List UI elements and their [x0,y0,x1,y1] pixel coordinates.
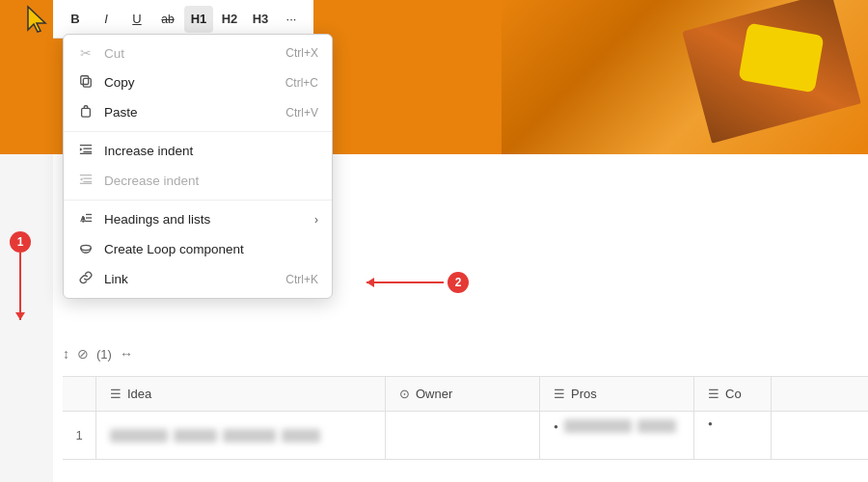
block-options-icon[interactable]: ⊘ [77,346,89,362]
copy-label: Copy [104,75,276,90]
idea-col-icon: ☰ [110,387,122,401]
cut-shortcut: Ctrl+X [285,46,318,60]
table-row: 1 ● ● [63,412,868,460]
column-idea: ☰ Idea [96,377,386,411]
pros-col-icon: ☰ [554,387,565,401]
annotation-2-arrow [366,281,444,283]
pros-col-label: Pros [571,387,597,401]
table-area: ☰ Idea ⊙ Owner ☰ Pros ☰ Co 1 [63,376,868,482]
link-shortcut: Ctrl+K [285,273,318,286]
idea-cell-1[interactable] [96,412,386,459]
cut-label: Cut [104,46,276,61]
paste-icon [77,104,95,120]
pros-item-1: ● [554,419,676,433]
cut-icon: ✂ [77,45,95,61]
h2-button[interactable]: H2 [215,6,244,33]
svg-point-18 [81,245,92,250]
decrease-indent-icon [77,173,95,189]
resize-icon[interactable]: ↕ [63,346,69,362]
copy-menu-item[interactable]: Copy Ctrl+C [64,67,332,97]
column-owner: ⊙ Owner [386,377,540,411]
create-loop-label: Create Loop component [104,242,318,256]
svg-rect-3 [82,108,91,117]
annotation-2-circle: 2 [448,272,469,293]
create-loop-menu-item[interactable]: Create Loop component [64,234,332,264]
co-cell-1[interactable]: ● [694,412,772,459]
pros-blur-2 [637,419,676,433]
increase-indent-icon [77,143,95,159]
annotation-2: 2 [366,272,469,293]
link-label: Link [104,272,276,286]
owner-cell-1[interactable] [386,412,540,459]
cut-menu-item[interactable]: ✂ Cut Ctrl+X [64,39,332,67]
h3-button[interactable]: H3 [246,6,275,33]
headings-lists-label: Headings and lists [104,212,305,227]
underline-button[interactable]: U [122,6,151,33]
count-label: (1) [96,347,112,362]
bold-button[interactable]: B [61,6,90,33]
pros-blur-1 [564,419,632,433]
paste-shortcut: Ctrl+V [285,106,318,120]
blur-1 [110,429,168,442]
svg-point-16 [82,217,85,220]
svg-point-17 [82,220,85,223]
column-co: ☰ Co [694,377,772,411]
paste-label: Paste [104,105,276,120]
annotation-1: 1 [10,231,31,320]
divider-1 [64,131,332,132]
formatting-toolbar: B I U ab H1 H2 H3 ··· [53,0,313,39]
strikethrough-button[interactable]: ab [153,6,182,33]
row-number-1: 1 [63,412,96,459]
link-icon [77,271,95,287]
h1-button[interactable]: H1 [184,6,213,33]
divider-2 [64,200,332,201]
blur-2 [174,429,217,442]
italic-button[interactable]: I [92,6,121,33]
annotation-1-circle: 1 [10,231,31,253]
headings-lists-icon: A [77,211,95,228]
blur-4 [282,429,320,442]
headings-submenu-arrow: › [314,213,318,227]
copy-icon [77,74,95,91]
paste-menu-item[interactable]: Paste Ctrl+V [64,97,332,127]
increase-indent-menu-item[interactable]: Increase indent [64,136,332,166]
pros-cell-1[interactable]: ● [540,412,694,459]
blur-3 [223,429,276,442]
bullet-icon: ● [554,422,558,431]
link-menu-item[interactable]: Link Ctrl+K [64,264,332,294]
decrease-indent-menu-item[interactable]: Decrease indent [64,166,332,196]
cursor-icon [24,5,51,39]
co-col-icon: ☰ [708,387,719,401]
context-menu: ✂ Cut Ctrl+X Copy Ctrl+C Paste Ctrl+V In… [63,34,333,299]
bottom-toolbar: ↕ ⊘ (1) ↔ [53,342,143,365]
more-options-button[interactable]: ··· [277,6,306,33]
owner-col-icon: ⊙ [399,387,410,401]
co-col-label: Co [725,387,742,401]
copy-shortcut: Ctrl+C [285,76,318,90]
annotation-1-arrow [19,253,21,320]
svg-marker-0 [28,7,45,32]
owner-col-label: Owner [416,387,452,401]
table-header: ☰ Idea ⊙ Owner ☰ Pros ☰ Co [63,376,868,412]
svg-rect-1 [83,78,91,87]
headings-lists-menu-item[interactable]: A Headings and lists › [64,204,332,234]
paint-image-area [502,0,868,154]
row-num-header [63,377,96,411]
idea-col-label: Idea [127,387,151,401]
width-icon[interactable]: ↔ [120,346,133,362]
loop-icon [77,241,95,257]
svg-rect-2 [81,76,89,85]
column-pros: ☰ Pros [540,377,694,411]
co-bullet-icon: ● [708,419,713,428]
increase-indent-label: Increase indent [104,144,318,158]
decrease-indent-label: Decrease indent [104,174,318,188]
